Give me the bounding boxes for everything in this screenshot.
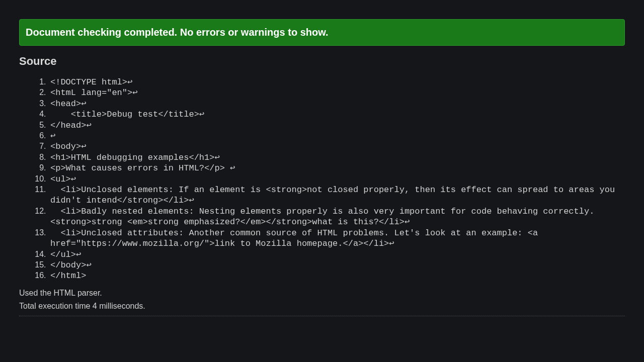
source-line: <li>Unclosed attributes: Another common … (48, 228, 625, 249)
source-line: </html> (48, 270, 625, 281)
source-line: <li>Unclosed elements: If an element is … (48, 185, 625, 206)
source-line: <title>Debug test</title>↩ (48, 109, 625, 120)
source-line: <li>Badly nested elements: Nesting eleme… (48, 206, 625, 228)
source-line: </ul>↩ (48, 249, 625, 260)
source-line: <p>What causes errors in HTML?</p> ↩ (48, 163, 625, 173)
source-code-list: <!DOCTYPE html>↩<htmL lang="en">↩<head>↩… (19, 77, 625, 282)
parser-info: Used the HTML parser. (19, 289, 625, 298)
source-heading: Source (19, 55, 625, 68)
source-line: <h1>HTML debugging examples</h1>↩ (48, 152, 625, 163)
footer-divider (19, 316, 625, 316)
source-line: <ul>↩ (48, 174, 625, 185)
source-line: </body>↩ (48, 260, 625, 270)
source-line: <!DOCTYPE html>↩ (48, 77, 625, 87)
validation-success-banner: Document checking completed. No errors o… (19, 19, 625, 46)
source-line: ↩ (48, 131, 625, 141)
source-line: </head>↩ (48, 120, 625, 131)
execution-time: Total execution time 4 milliseconds. (19, 302, 625, 311)
validation-success-message: Document checking completed. No errors o… (26, 27, 329, 38)
source-line: <body>↩ (48, 141, 625, 152)
source-line: <htmL lang="en">↩ (48, 87, 625, 98)
source-line: <head>↩ (48, 99, 625, 109)
